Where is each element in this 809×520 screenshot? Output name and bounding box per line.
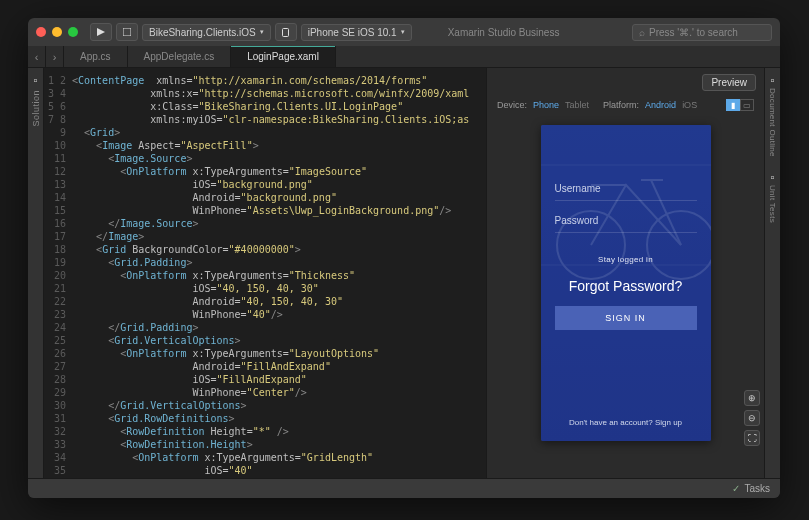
file-tab-app[interactable]: App.cs xyxy=(64,46,128,67)
body: ▫ Solution 1 2 3 4 5 6 7 8 9 10 11 12 13… xyxy=(28,68,780,478)
code-content[interactable]: <ContentPage xmlns="http://xamarin.com/s… xyxy=(72,74,486,478)
zoom-out-button[interactable]: ⊖ xyxy=(744,410,760,426)
orientation-landscape-icon[interactable]: ▭ xyxy=(740,99,754,111)
device-content: Username Password Stay logged in Forgot … xyxy=(541,125,711,330)
chevron-down-icon: ▾ xyxy=(260,28,264,36)
preview-header: Preview xyxy=(487,68,764,97)
code-editor[interactable]: 1 2 3 4 5 6 7 8 9 10 11 12 13 14 15 16 1… xyxy=(44,68,486,478)
doc-outline-icon[interactable]: ▫ xyxy=(771,74,775,86)
project-label: BikeSharing.Clients.iOS xyxy=(149,27,256,38)
search-box[interactable]: ⌕ Press '⌘.' to search xyxy=(632,24,772,41)
ide-window: BikeSharing.Clients.iOS ▾ iPhone SE iOS … xyxy=(28,18,780,498)
target-label: iPhone SE iOS 10.1 xyxy=(308,27,397,38)
device-preview: Username Password Stay logged in Forgot … xyxy=(541,125,711,441)
tab-nav-right[interactable]: › xyxy=(46,46,64,67)
zoom-fit-button[interactable]: ⛶ xyxy=(744,430,760,446)
solution-pad-icon: ▫ xyxy=(34,74,38,86)
zoom-in-button[interactable]: ⊕ xyxy=(744,390,760,406)
config-button[interactable] xyxy=(116,23,138,41)
svg-rect-2 xyxy=(283,28,289,36)
chevron-down-icon: ▾ xyxy=(401,28,405,36)
preview-options: Device: Phone Tablet Platform: Android i… xyxy=(487,97,764,117)
device-phone[interactable]: Phone xyxy=(533,100,559,110)
line-gutter: 1 2 3 4 5 6 7 8 9 10 11 12 13 14 15 16 1… xyxy=(44,74,72,478)
device-tablet[interactable]: Tablet xyxy=(565,100,589,110)
svg-rect-1 xyxy=(123,28,131,36)
stay-logged-label[interactable]: Stay logged in xyxy=(555,255,697,264)
file-tab-appdelegate[interactable]: AppDelegate.cs xyxy=(128,46,232,67)
titlebar: BikeSharing.Clients.iOS ▾ iPhone SE iOS … xyxy=(28,18,780,46)
window-controls xyxy=(36,27,78,37)
solution-pad-label: Solution xyxy=(31,90,41,127)
platform-android[interactable]: Android xyxy=(645,100,676,110)
sign-up-link[interactable]: Don't have an account? Sign up xyxy=(541,418,711,427)
file-tabbar: ‹ › App.cs AppDelegate.cs LoginPage.xaml xyxy=(28,46,780,68)
platform-label: Platform: xyxy=(603,100,639,110)
password-field[interactable]: Password xyxy=(555,209,697,233)
target-selector[interactable]: iPhone SE iOS 10.1 ▾ xyxy=(301,24,412,41)
search-icon: ⌕ xyxy=(639,27,645,38)
sign-in-button[interactable]: SIGN IN xyxy=(555,306,697,330)
run-button[interactable] xyxy=(90,23,112,41)
project-selector[interactable]: BikeSharing.Clients.iOS ▾ xyxy=(142,24,271,41)
preview-button[interactable]: Preview xyxy=(702,74,756,91)
zoom-controls: ⊕ ⊖ ⛶ xyxy=(744,390,760,446)
unit-tests-label[interactable]: Unit Tests xyxy=(768,185,777,223)
right-rail: ▫ Document Outline ▫ Unit Tests xyxy=(764,68,780,478)
statusbar: Tasks xyxy=(28,478,780,498)
platform-ios[interactable]: iOS xyxy=(682,100,697,110)
svg-marker-0 xyxy=(97,28,105,36)
maximize-icon[interactable] xyxy=(68,27,78,37)
doc-outline-label[interactable]: Document Outline xyxy=(768,88,777,157)
search-placeholder: Press '⌘.' to search xyxy=(649,27,738,38)
tab-nav-left[interactable]: ‹ xyxy=(28,46,46,67)
forgot-password-link[interactable]: Forgot Password? xyxy=(555,278,697,294)
file-tab-loginpage[interactable]: LoginPage.xaml xyxy=(231,46,336,67)
unit-tests-icon[interactable]: ▫ xyxy=(771,171,775,183)
left-rail[interactable]: ▫ Solution xyxy=(28,68,44,478)
edition-label: Xamarin Studio Business xyxy=(442,27,566,38)
preview-pane: Preview Device: Phone Tablet Platform: A… xyxy=(486,68,764,478)
tasks-button[interactable]: Tasks xyxy=(732,483,770,494)
device-type-button[interactable] xyxy=(275,23,297,41)
close-icon[interactable] xyxy=(36,27,46,37)
device-label: Device: xyxy=(497,100,527,110)
username-field[interactable]: Username xyxy=(555,177,697,201)
orientation-portrait-icon[interactable]: ▮ xyxy=(726,99,740,111)
minimize-icon[interactable] xyxy=(52,27,62,37)
